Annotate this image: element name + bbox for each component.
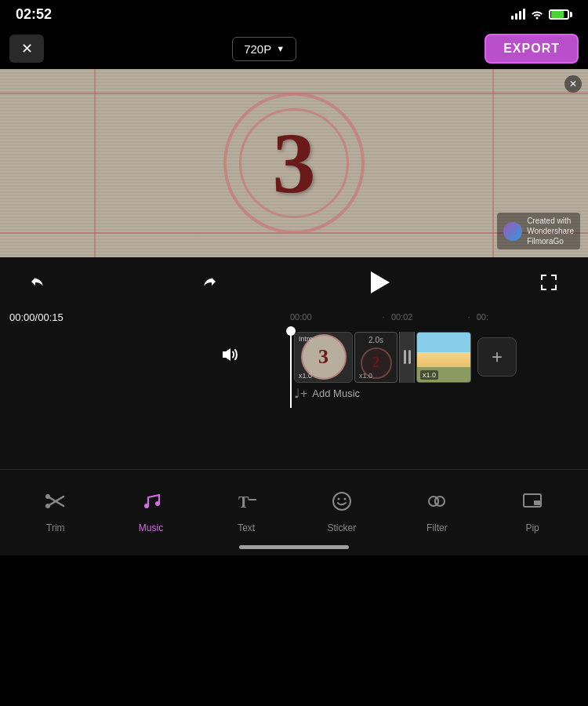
resolution-button[interactable]: 720P ▼: [232, 37, 296, 61]
trim-icon: [45, 490, 67, 518]
add-clip-button[interactable]: +: [477, 337, 517, 377]
status-time: 02:52: [16, 6, 52, 23]
filter-icon: [426, 490, 448, 518]
status-bar: 02:52: [0, 0, 588, 28]
transition-clip[interactable]: 2.0s 2 x1.0: [354, 332, 397, 383]
pause-icon: [404, 350, 411, 364]
filmorago-icon: [503, 222, 522, 241]
text-label: Text: [238, 522, 255, 533]
time-mark-2: 00:: [477, 312, 488, 322]
close-watermark-icon: ✕: [569, 78, 577, 89]
close-watermark-button[interactable]: ✕: [564, 75, 582, 93]
music-note-icon: ♩+: [294, 386, 307, 401]
countdown-background: 3 Created with Wondershare FilmoraGo ✕: [0, 69, 588, 257]
video-preview: 3 Created with Wondershare FilmoraGo ✕: [0, 69, 588, 257]
beach-clip[interactable]: x1.0: [416, 332, 471, 383]
v-line-left: [94, 69, 96, 257]
redo-icon: [198, 272, 218, 293]
toolbar-item-music[interactable]: Music: [119, 490, 182, 533]
playhead: [290, 326, 292, 408]
toolbar-items: Trim Music T: [0, 470, 588, 545]
filter-label: Filter: [426, 522, 448, 533]
transition-clip-label: 2.0s: [368, 336, 383, 344]
add-music-label: Add Music: [312, 388, 360, 399]
transition-clip-speed: x1.0: [359, 372, 372, 380]
close-icon: ✕: [21, 40, 33, 57]
intro-clip-label: Intro: [299, 335, 313, 343]
text-icon: T: [235, 490, 257, 518]
play-icon: [371, 271, 390, 293]
time-mark-0: 00:00: [290, 312, 312, 322]
home-indicator: [239, 545, 349, 549]
intro-clip-number: 3: [318, 345, 328, 369]
timeline-tracks: Intro 3 x1.0 2.0s 2 x1.0: [0, 329, 588, 408]
svg-point-3: [45, 494, 50, 499]
pip-label: Pip: [525, 522, 539, 533]
time-marks: 00:00 · 00:02 · 00:: [290, 311, 588, 322]
undo-icon: [29, 272, 49, 293]
volume-area: [220, 345, 243, 364]
circle-inner: 3: [239, 108, 349, 218]
bottom-toolbar: Trim Music T: [0, 469, 588, 555]
intro-clip[interactable]: Intro 3 x1.0: [294, 332, 353, 383]
trim-label: Trim: [46, 522, 65, 533]
fullscreen-icon: [539, 272, 559, 293]
signal-icon: [511, 9, 525, 20]
toolbar-item-sticker[interactable]: Sticker: [310, 490, 373, 533]
export-button[interactable]: EXPORT: [485, 34, 579, 64]
resolution-label: 720P: [244, 42, 271, 56]
watermark-text: Created with Wondershare FilmoraGo: [527, 216, 574, 246]
circle-outer: 3: [223, 93, 365, 234]
toolbar-item-text[interactable]: T Text: [215, 490, 278, 533]
current-time: 00:00/00:15: [9, 311, 64, 323]
close-button[interactable]: ✕: [9, 35, 44, 63]
v-line-right: [492, 69, 494, 257]
svg-point-6: [155, 501, 160, 506]
timeline-section: 00:00/00:15 00:00 · 00:02 · 00: Intro: [0, 257, 588, 555]
beach-clip-speed: x1.0: [420, 370, 438, 380]
svg-point-9: [333, 493, 350, 510]
play-button[interactable]: [361, 265, 396, 300]
top-toolbar: ✕ 720P ▼ EXPORT: [0, 28, 588, 69]
controls-row: [0, 257, 588, 308]
battery-icon: [549, 9, 572, 20]
toolbar-item-trim[interactable]: Trim: [24, 490, 87, 533]
video-track: Intro 3 x1.0 2.0s 2 x1.0: [294, 329, 517, 384]
countdown-number: 3: [273, 120, 316, 206]
svg-rect-15: [534, 500, 540, 505]
intro-clip-speed: x1.0: [299, 372, 312, 380]
export-label: EXPORT: [503, 42, 560, 55]
status-icons: [511, 9, 572, 20]
transition-clip-number: 2: [372, 355, 379, 371]
undo-button[interactable]: [24, 267, 55, 298]
add-icon: +: [492, 346, 503, 368]
svg-point-11: [343, 497, 346, 500]
svg-point-5: [144, 504, 149, 508]
pip-icon: [521, 490, 543, 518]
time-mark-1: 00:02: [391, 312, 413, 322]
svg-text:T: T: [238, 493, 249, 511]
time-row: 00:00/00:15 00:00 · 00:02 · 00:: [0, 308, 588, 326]
fullscreen-button[interactable]: [533, 267, 564, 298]
watermark: Created with Wondershare FilmoraGo: [497, 213, 580, 249]
svg-point-10: [337, 497, 339, 500]
sticker-icon: [331, 490, 353, 518]
svg-marker-0: [223, 348, 230, 361]
wifi-icon: [530, 9, 544, 20]
resolution-arrow-icon: ▼: [276, 44, 285, 53]
music-icon: [140, 490, 162, 518]
music-track[interactable]: ♩+ Add Music: [294, 386, 360, 401]
volume-icon: [220, 345, 243, 364]
music-label: Music: [139, 522, 163, 533]
pause-divider: [399, 332, 415, 383]
sticker-label: Sticker: [327, 522, 356, 533]
toolbar-item-filter[interactable]: Filter: [405, 490, 468, 533]
svg-point-4: [45, 504, 50, 508]
redo-button[interactable]: [192, 267, 223, 298]
toolbar-item-pip[interactable]: Pip: [501, 490, 564, 533]
